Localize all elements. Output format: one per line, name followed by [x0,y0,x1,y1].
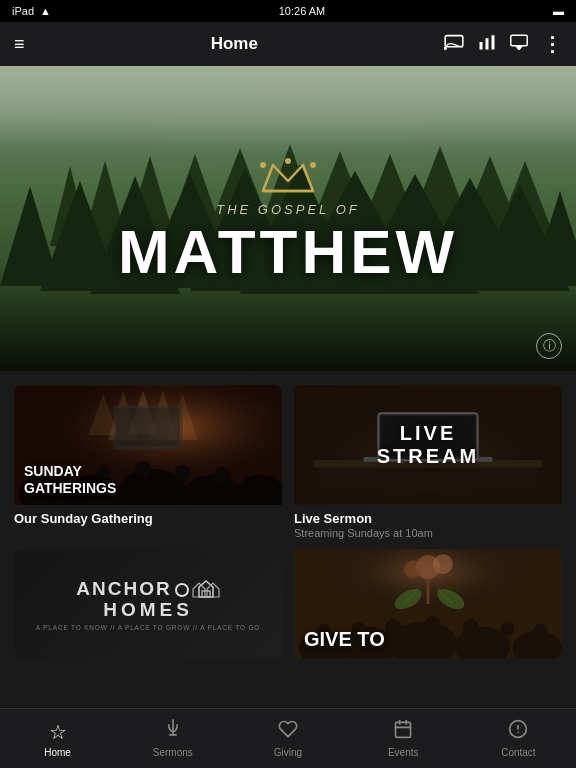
tab-events[interactable]: Events [346,709,461,768]
tab-events-label: Events [388,747,419,758]
svg-rect-93 [396,722,411,737]
svg-point-83 [433,554,453,574]
sunday-card-title: Our Sunday Gathering [14,511,282,526]
hero-fog [0,66,576,156]
anchor-homes-card[interactable]: ANCHOR HOMES A PLACE TO KNOW // A PLACE … [14,549,282,659]
tab-contact-label: Contact [501,747,535,758]
svg-marker-6 [515,45,524,50]
events-icon [393,719,413,744]
svg-rect-59 [314,468,542,488]
svg-point-35 [285,158,291,164]
give-label: GIVE TO [304,628,385,651]
live-card-text: Live Sermon Streaming Sundays at 10am [294,505,562,539]
status-bar: iPad ▲ 10:26 AM ▬ [0,0,576,22]
device-label: iPad [12,5,34,17]
live-card-title: Live Sermon [294,511,562,526]
menu-icon[interactable]: ≡ [14,34,25,55]
svg-marker-32 [263,165,313,191]
anchor-sub-text: A PLACE TO KNOW // A PLACE TO GROW // A … [36,624,260,631]
live-card-desc: Streaming Sundays at 10am [294,527,562,539]
wifi-icon: ▲ [40,5,51,17]
sunday-card-text: Our Sunday Gathering [14,505,282,526]
live-sermon-card[interactable]: LIVE STREAM Live Sermon Streaming Sunday… [294,385,562,539]
cards-row-1: SUNDAYGATHERINGS Our Sunday Gathering [14,385,562,539]
home-icon: ☆ [49,720,67,744]
battery-icon: ▬ [553,5,564,17]
contact-icon [508,719,528,744]
more-icon[interactable]: ⋮ [542,32,562,56]
main-content: SUNDAYGATHERINGS Our Sunday Gathering [0,371,576,659]
svg-point-79 [463,619,479,635]
svg-point-81 [533,624,547,638]
svg-point-84 [404,560,422,578]
cards-row-2: ANCHOR HOMES A PLACE TO KNOW // A PLACE … [14,549,562,659]
anchor-logo: ANCHOR HOMES A PLACE TO KNOW // A PLACE … [36,577,260,631]
houses-icon [192,577,220,601]
hero-pre-title: THE GOSPEL OF [118,202,458,217]
svg-point-34 [260,162,266,168]
sermons-icon [163,719,183,744]
airplay-icon[interactable] [510,34,528,54]
tab-giving-label: Giving [274,747,302,758]
anchor-circle-icon [175,583,189,597]
analytics-icon[interactable] [478,34,496,54]
svg-rect-65 [202,591,210,597]
svg-rect-3 [486,38,489,49]
tab-bar: ☆ Home Sermons Giving [0,708,576,768]
tab-sermons[interactable]: Sermons [115,709,230,768]
nav-title: Home [211,34,258,54]
tab-sermons-label: Sermons [153,747,193,758]
give-to-card[interactable]: GIVE TO [294,549,562,659]
sunday-gatherings-card[interactable]: SUNDAYGATHERINGS Our Sunday Gathering [14,385,282,539]
svg-point-53 [215,467,231,483]
anchor-text: ANCHOR [76,578,171,600]
cast-icon[interactable] [444,34,464,54]
svg-point-36 [310,162,316,168]
svg-marker-64 [199,581,213,597]
live-card-image: LIVE STREAM [294,385,562,505]
svg-point-52 [175,465,191,481]
giving-icon [278,719,298,744]
crown-icon [118,153,458,200]
svg-rect-55 [116,408,180,446]
time-display: 10:26 AM [279,5,325,17]
tab-home[interactable]: ☆ Home [0,709,115,768]
hero-banner: THE GOSPEL OF MATTHEW ⓘ [0,66,576,371]
nav-bar: ≡ Home ⋮ [0,22,576,66]
svg-rect-2 [480,42,483,50]
hero-info-button[interactable]: ⓘ [536,333,562,359]
hero-title: MATTHEW [118,219,458,284]
svg-point-51 [134,461,152,479]
svg-point-80 [500,622,514,636]
tab-contact[interactable]: Contact [461,709,576,768]
live-text-overlay: LIVE STREAM [377,422,479,468]
homes-text: HOMES [36,599,260,621]
anchor-card-image: ANCHOR HOMES A PLACE TO KNOW // A PLACE … [14,549,282,659]
svg-point-77 [385,619,401,635]
sunday-card-image: SUNDAYGATHERINGS [14,385,282,505]
tab-home-label: Home [44,747,71,758]
sunday-card-label: SUNDAYGATHERINGS [24,463,116,497]
svg-rect-4 [492,35,495,49]
give-card-image: GIVE TO [294,549,562,659]
svg-rect-5 [511,35,528,46]
svg-point-78 [425,616,441,632]
tab-giving[interactable]: Giving [230,709,345,768]
hero-content: THE GOSPEL OF MATTHEW [118,153,458,284]
